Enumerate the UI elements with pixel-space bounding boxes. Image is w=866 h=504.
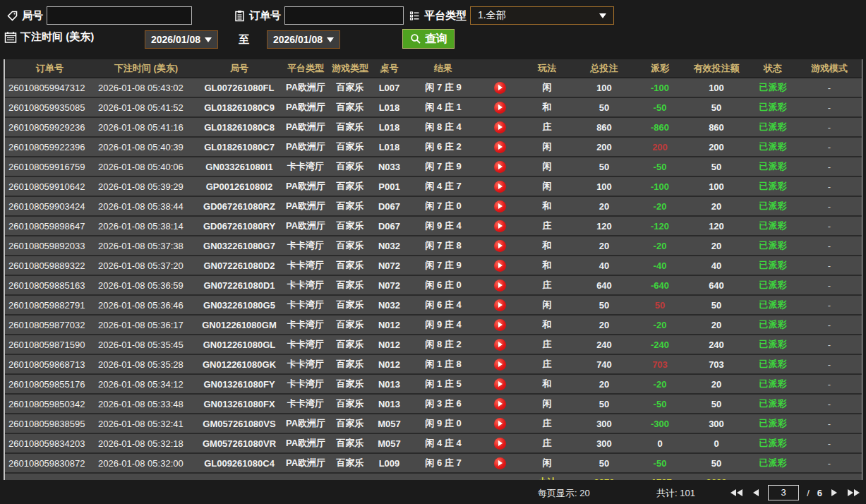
replay-button[interactable] — [494, 339, 506, 351]
cell-bet-type: 和 — [522, 378, 572, 390]
replay-button[interactable] — [494, 398, 506, 410]
replay-button[interactable] — [494, 378, 506, 390]
cell-round-number: GL007261080FL — [198, 83, 281, 93]
page-number-input[interactable] — [768, 485, 799, 500]
date-to-picker[interactable]: 2026/01/08 — [267, 30, 340, 49]
table-row: 260108059903424 2026-01-08 05:38:44 GD06… — [5, 197, 862, 217]
replay-button[interactable] — [494, 418, 506, 430]
date-from-picker[interactable]: 2026/01/08 — [145, 30, 218, 49]
cell-bet-time: 2026-01-08 05:32:41 — [95, 419, 198, 429]
replay-button[interactable] — [494, 240, 506, 252]
cell-total-bet: 640 — [572, 280, 636, 291]
replay-button[interactable] — [494, 181, 506, 193]
filter-bar: 局号 订单号 平台类型 1.全部 下注时间 (美东) — [0, 0, 866, 59]
replay-button[interactable] — [494, 457, 506, 469]
platform-type-select[interactable]: 1.全部 — [470, 6, 614, 25]
column-header-bet-time: 下注时间 (美东) — [95, 62, 198, 75]
cell-replay — [478, 260, 522, 272]
play-icon — [498, 342, 503, 347]
cell-replay — [478, 438, 522, 450]
page-first-button[interactable] — [729, 488, 744, 498]
cell-order-number: 260108059916759 — [5, 162, 95, 172]
cell-valid-bet: 50 — [684, 162, 749, 172]
cell-platform-type: 卡卡湾厅 — [281, 397, 330, 410]
cell-platform-type: 卡卡湾厅 — [281, 279, 330, 292]
cell-game-type: 百家乐 — [330, 200, 370, 212]
replay-button[interactable] — [494, 141, 506, 153]
cell-bet-type: 闲 — [522, 140, 572, 153]
table-row: 260108059898647 2026-01-08 05:38:14 GD06… — [5, 217, 862, 236]
replay-button[interactable] — [494, 121, 506, 133]
cell-replay — [478, 319, 522, 331]
page-last-button[interactable] — [846, 488, 861, 498]
cell-game-mode: - — [797, 300, 862, 311]
cell-round-number: GN032261080G5 — [198, 300, 281, 311]
cell-replay — [478, 161, 522, 173]
cell-payout: -20 — [636, 320, 684, 330]
cell-platform-type: 卡卡湾厅 — [281, 160, 330, 173]
cell-table-number: D067 — [370, 221, 409, 232]
cell-result: 闲 7 庄 9 — [409, 160, 478, 173]
cell-bet-type: 闲 — [522, 81, 572, 94]
cell-bet-time: 2026-01-08 05:37:38 — [95, 241, 198, 251]
cell-platform-type: PA欧洲厅 — [281, 81, 330, 94]
round-number-input[interactable] — [47, 6, 192, 25]
table-row: 260108059838595 2026-01-08 05:32:41 GM05… — [5, 414, 862, 434]
date-to-value: 2026/01/08 — [273, 34, 323, 45]
cell-valid-bet: 50 — [684, 300, 749, 311]
cell-status: 已派彩 — [749, 397, 797, 410]
cell-result: 闲 7 庄 9 — [409, 259, 478, 272]
cell-payout: -20 — [636, 201, 684, 212]
replay-button[interactable] — [494, 280, 506, 292]
cell-platform-type: PA欧洲厅 — [281, 140, 330, 153]
cell-valid-bet: 20 — [684, 201, 749, 212]
cell-result: 闲 1 庄 8 — [409, 358, 478, 371]
replay-button[interactable] — [494, 82, 506, 94]
replay-button[interactable] — [494, 319, 506, 331]
cell-result: 闲 6 庄 0 — [409, 279, 478, 292]
table-row: 260108059916759 2026-01-08 05:40:06 GN03… — [5, 157, 862, 177]
cell-replay — [478, 200, 522, 212]
cell-valid-bet: 20 — [684, 241, 749, 251]
play-icon — [498, 440, 503, 446]
cell-total-bet: 20 — [572, 201, 636, 212]
table-row: 260108059868713 2026-01-08 05:35:28 GN01… — [5, 355, 862, 375]
cell-payout: -100 — [636, 181, 684, 192]
platform-type-value: 1.全部 — [478, 9, 506, 22]
cell-game-mode: - — [797, 102, 862, 113]
cell-status: 已派彩 — [749, 81, 797, 94]
page-prev-button[interactable] — [752, 488, 760, 498]
replay-button[interactable] — [494, 161, 506, 173]
play-icon — [498, 144, 503, 150]
order-number-input[interactable] — [284, 6, 404, 25]
cell-valid-bet: 0 — [684, 438, 749, 449]
cell-valid-bet: 640 — [684, 280, 749, 291]
cell-bet-time: 2026-01-08 05:36:46 — [95, 300, 198, 311]
query-button[interactable]: 查询 — [402, 29, 455, 49]
cell-total-bet: 40 — [572, 260, 636, 271]
cell-total-bet: 50 — [572, 399, 636, 409]
cell-round-number: GN033261080I1 — [198, 162, 281, 172]
cell-bet-time: 2026-01-08 05:38:44 — [95, 201, 198, 212]
cell-round-number: GN032261080G7 — [198, 241, 281, 251]
replay-button[interactable] — [494, 102, 506, 114]
cell-payout: -40 — [636, 260, 684, 271]
cell-replay — [478, 339, 522, 351]
replay-button[interactable] — [494, 260, 506, 272]
cell-round-number: GP001261080I2 — [198, 181, 281, 192]
play-icon — [498, 460, 503, 466]
cell-bet-time: 2026-01-08 05:43:02 — [95, 83, 198, 93]
cell-bet-type: 闲 — [522, 180, 572, 193]
replay-button[interactable] — [494, 220, 506, 232]
cell-bet-time: 2026-01-08 05:34:12 — [95, 379, 198, 390]
replay-button[interactable] — [494, 299, 506, 311]
cell-order-number: 260108059868713 — [5, 359, 95, 370]
replay-button[interactable] — [494, 438, 506, 450]
page-next-button[interactable] — [830, 488, 838, 498]
replay-button[interactable] — [494, 200, 506, 212]
cell-valid-bet: 200 — [684, 142, 749, 152]
cell-game-type: 百家乐 — [330, 397, 370, 410]
replay-button[interactable] — [494, 359, 506, 371]
cell-result: 闲 3 庄 6 — [409, 397, 478, 410]
cell-round-number: GL009261080C4 — [198, 458, 281, 469]
